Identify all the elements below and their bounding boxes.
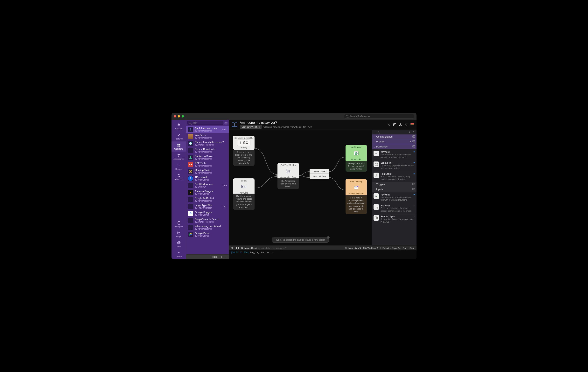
palette-item[interactable]: Running AppsShow a list of currently run… [372,214,417,225]
workflow-list-item[interactable]: Yak Saverby Vero Pepperrell [186,133,229,140]
favourite-star-icon[interactable]: ★ [413,150,415,153]
workflow-list-item[interactable]: GGoogle Suggestby Vítor Galvão [186,210,229,217]
workflow-list-item[interactable]: Should I watch this movie?by Andrew Pepp… [186,140,229,147]
palette-section-inputs[interactable]: ⌄Inputs [372,187,417,192]
section-layout-button[interactable] [412,140,415,143]
palette-item-title: Running Apps [380,215,415,218]
workflow-list-item[interactable]: Google Driveby Vítor Galvão [186,231,229,238]
selected-objects-toggle[interactable]: Selected Object(s) [380,247,400,249]
pause-button[interactable]: ❚❚ [235,247,239,249]
copy-log-button[interactable]: Copy [402,247,408,249]
list-view-icon[interactable] [373,131,376,133]
window-controls [174,115,184,117]
nav-features[interactable]: Features [171,131,186,141]
search-preferences-field[interactable] [344,114,414,118]
help-button[interactable]: Help [210,256,219,258]
zoom-window-button[interactable] [182,115,184,117]
nav-general[interactable]: General [171,121,186,131]
nav-appearance[interactable]: Appearance [171,152,186,162]
workflow-list-item[interactable]: aAmazon Suggestby Vítor Galvão [186,189,229,196]
collapse-button[interactable]: ⌃_ [412,131,415,133]
node-conditional[interactable]: You're done! Keep Writing [310,169,329,179]
preferences-nav: General Features Workflows Appearance [171,120,186,259]
palette-search-prompt[interactable]: Type / to search the palette to add a ne… [272,237,329,243]
debugger-context: Am I done my essay yet? [262,247,286,249]
palette-item[interactable]: File FilterCreate a customised file sear… [372,203,417,214]
favourite-star-icon[interactable]: ★ [413,193,415,196]
palette-item[interactable]: Run ScriptRun commands in macOS, using v… [372,171,417,182]
remove-workflow-button[interactable]: − [224,255,229,259]
workflow-list-item[interactable]: Simple To-Do Listby Vero Pepperrell [186,196,229,203]
nav-remote[interactable]: Remote [171,162,186,172]
log-level-select[interactable]: All Information⇅ [345,247,361,249]
palette-item[interactable]: Script FilterDynamically populate Alfred… [372,160,417,171]
search-preferences-input[interactable] [349,115,412,118]
add-prefab-button[interactable]: + [410,140,411,143]
workflow-list-item[interactable]: Morning Tasksby Vero Pepperrell [186,168,229,175]
workflow-list-item[interactable]: Recent Downloadsby Vero Pepperrell [186,147,229,154]
minimize-window-button[interactable] [178,115,180,117]
node-hotkey[interactable]: Selection in macOS ⇧⌘C Hotkey [233,136,254,150]
nav-advanced[interactable]: Advanced [171,172,186,182]
nav-help[interactable]: Help [171,239,186,249]
section-layout-button[interactable] [412,188,415,191]
close-icon[interactable]: ✕ [327,236,330,239]
workflow-title: 1Password [195,176,227,179]
workflow-list-item[interactable]: Large Type Thisby The Alfred team⌃⌘L [186,203,229,210]
palette-section-triggers[interactable]: ›Triggers [372,182,417,187]
favourite-star-icon[interactable]: ★ [413,172,415,175]
nav-powerpack[interactable]: Powerpack [171,219,186,229]
section-layout-button[interactable] [412,145,415,148]
nav-workflows[interactable]: Workflows [171,141,186,152]
sort-button[interactable]: ▾_ [409,131,411,133]
workflow-list-item[interactable]: Backup to Serverby Vero Pepperrell [186,154,229,161]
workflow-list-item[interactable]: 11Passwordby Vítor Galvão [186,175,229,182]
debugger-bar: ❚❚ Debugger Running - Am I done my essay… [229,245,417,250]
palette-section-prefabs[interactable]: ›Prefabs+ [372,139,417,144]
workflow-list[interactable]: Am I done my essay yet?by Vero Pepperrel… [186,126,229,254]
share-button[interactable] [399,123,402,127]
workflow-filter-input[interactable] [192,122,222,124]
section-layout-button[interactable] [412,183,415,186]
debug-button[interactable] [404,123,408,127]
workflow-list-item[interactable]: Am I done my essay yet?by Vero Pepperrel… [186,126,229,133]
workflow-list-item[interactable]: PDFPDF Toolsby Vero Pepperrell [186,161,229,168]
search-icon[interactable] [377,131,379,133]
favourite-star-icon[interactable]: ☆ [413,215,415,218]
palette-toggle-button[interactable] [410,123,414,127]
palette-item[interactable]: A|KeywordUse a keyword to start a workfl… [372,192,417,203]
section-layout-button[interactable] [412,135,415,138]
debugger-log[interactable]: [14:29:57.980] Logging Started... [229,250,417,259]
node-automation-task[interactable]: Get Text Metrics Automation Task [277,163,299,180]
workflow-filter-field[interactable] [188,121,223,125]
add-workflow-button[interactable]: + [219,255,224,259]
palette-item-description: Run commands in macOS, using various lan… [380,175,415,181]
favourite-star-icon[interactable]: ★ [413,161,415,164]
favourite-star-icon[interactable]: ☆ [413,204,415,207]
workflow-title: Amazon Suggest [195,190,227,193]
close-window-button[interactable] [174,115,176,117]
add-object-button[interactable] [393,123,397,127]
nav-usage[interactable]: Usage [171,229,186,239]
workflow-list-item[interactable]: Who's doing the dishes?by Vero Pepperrel… [186,224,229,231]
workflow-shortcut: ⇧⌘C [221,128,227,130]
palette-section-getting[interactable]: ›Getting Started [372,134,417,139]
workflow-thumbnail-icon [188,204,193,209]
log-scope-select[interactable]: This Workflow⇅ [363,247,378,249]
workflow-canvas[interactable]: Selection in macOS ⇧⌘C Hotkey Select a f… [229,130,372,245]
node-open-url[interactable]: netflix.com Open URL [346,145,367,162]
palette-item[interactable]: A|KeywordUse a keyword to start a workfl… [372,149,417,160]
node-post-notification[interactable]: Keep writing! Post Notification [346,179,367,196]
configure-workflow-button[interactable]: Configure Workflow [240,125,262,129]
palette-section-favourites[interactable]: ⌄Favourites [372,144,417,149]
node-keyword[interactable]: count Keyword [233,178,254,195]
nav-update[interactable]: Update [171,249,186,259]
clear-log-button[interactable]: Clear [410,247,415,249]
filter-options-button[interactable]: ⊖ [224,121,228,125]
workflow-list-item[interactable]: Deep Contacts Searchby Andrew Pepperrell [186,217,229,224]
variables-button[interactable] [387,123,391,127]
workflow-list-item[interactable]: Set Window sizeby Unknown⌃⌘R [186,182,229,189]
workflow-author: by Vítor Galvão [195,214,227,216]
bug-icon[interactable] [231,246,233,250]
workflow-thumbnail-icon [188,232,193,237]
